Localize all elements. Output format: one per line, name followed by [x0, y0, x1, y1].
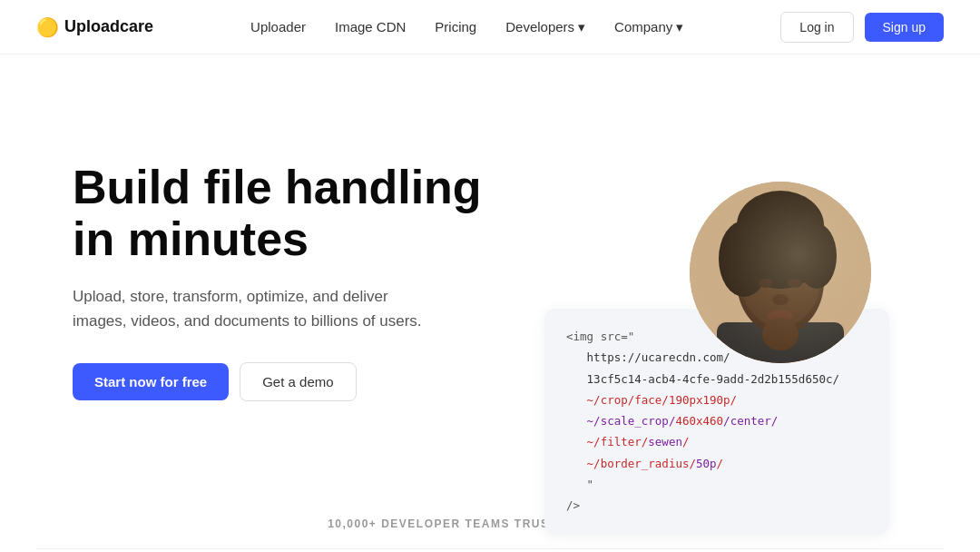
code-line-8: " — [566, 478, 593, 491]
hero-buttons: Start now for free Get a demo — [73, 362, 482, 401]
code-line-1: <img src=" — [566, 330, 634, 343]
chevron-down-icon: ▾ — [578, 19, 585, 35]
logo-text: Uploadcare — [64, 17, 153, 36]
nav-company[interactable]: Company ▾ — [614, 19, 683, 35]
avatar — [690, 182, 871, 363]
signup-button[interactable]: Sign up — [865, 13, 944, 42]
nav-actions: Log in Sign up — [780, 12, 944, 43]
code-line-5: ~/scale_crop/460x460/center/ — [566, 414, 778, 428]
hero-content: Build file handling in minutes Upload, s… — [73, 162, 482, 401]
chevron-down-icon: ▾ — [676, 19, 683, 35]
code-line-2: https://ucarecdn.com/ — [566, 350, 730, 364]
nav-pricing[interactable]: Pricing — [435, 19, 476, 34]
nav-developers[interactable]: Developers ▾ — [505, 19, 585, 35]
bottom-separator — [36, 548, 944, 549]
code-line-7: ~/border_radius/50p/ — [566, 457, 723, 470]
logo-icon: 🟡 — [36, 16, 59, 38]
hero-section: Build file handling in minutes Upload, s… — [0, 54, 980, 490]
login-button[interactable]: Log in — [780, 12, 853, 43]
hero-visual: <img src=" https://ucarecdn.com/ 13cf5c1… — [544, 200, 944, 363]
start-free-button[interactable]: Start now for free — [73, 363, 229, 400]
logo[interactable]: 🟡 Uploadcare — [36, 16, 153, 38]
nav-uploader[interactable]: Uploader — [250, 19, 306, 34]
hero-subtitle: Upload, store, transform, optimize, and … — [73, 284, 436, 333]
hero-title: Build file handling in minutes — [73, 162, 482, 265]
avatar-image — [690, 182, 871, 363]
navbar: 🟡 Uploadcare Uploader Image CDN Pricing … — [0, 0, 980, 54]
code-line-3: 13cf5c14-acb4-4cfe-9add-2d2b155d650c/ — [566, 372, 839, 386]
code-line-4: ~/crop/face/190px190p/ — [566, 393, 737, 407]
svg-rect-16 — [690, 182, 871, 363]
code-line-6: ~/filter/sewen/ — [566, 435, 689, 448]
nav-image-cdn[interactable]: Image CDN — [335, 19, 406, 34]
demo-button[interactable]: Get a demo — [240, 362, 356, 401]
nav-links: Uploader Image CDN Pricing Developers ▾ … — [250, 19, 683, 35]
code-line-9: /> — [566, 498, 580, 512]
